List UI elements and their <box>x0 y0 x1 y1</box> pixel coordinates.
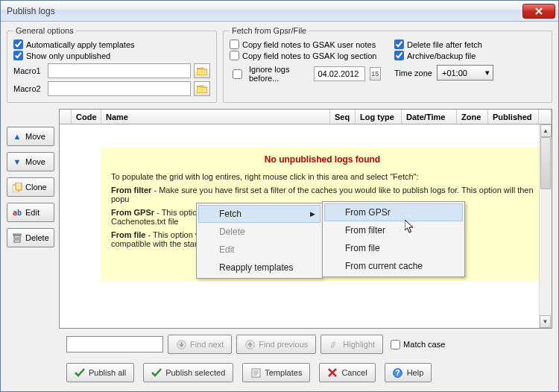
ctx-reapply[interactable]: Reapply templates <box>198 259 320 276</box>
col-seq[interactable]: Seq <box>330 110 356 124</box>
chevron-right-icon: ▶ <box>310 210 315 218</box>
highlight-icon <box>329 339 339 350</box>
find-next-button[interactable]: Find next <box>168 335 232 354</box>
scroll-up-button[interactable]: ▲ <box>540 124 552 137</box>
side-buttons: ▲ Move ▼ Move Clone ab Edit <box>7 109 54 329</box>
auto-apply-label: Automatically apply templates <box>26 40 135 49</box>
svg-rect-1 <box>16 183 22 190</box>
col-published[interactable]: Published <box>488 110 539 124</box>
log-grid[interactable]: Code Name Seq Log type Date/Time Zone Pu… <box>59 109 552 329</box>
publish-selected-button[interactable]: Publish selected <box>143 363 233 382</box>
show-unpublished-label: Show only unpublished <box>26 51 110 60</box>
move-down-button[interactable]: ▼ Move <box>7 152 54 171</box>
help-button[interactable]: ? Help <box>385 363 432 382</box>
svg-text:?: ? <box>396 369 400 377</box>
col-datetime[interactable]: Date/Time <box>402 110 457 124</box>
col-name[interactable]: Name <box>101 110 330 124</box>
svg-rect-3 <box>13 234 21 235</box>
sub-from-current[interactable]: From current cache <box>324 257 463 275</box>
publish-all-button[interactable]: Publish all <box>66 363 134 382</box>
templates-icon <box>250 367 261 378</box>
macro2-input[interactable] <box>48 81 191 96</box>
copy-user-notes-label: Copy field notes to GSAK user notes <box>242 40 376 49</box>
cancel-icon <box>327 367 338 378</box>
ignore-before-label: Ignore logs before... <box>249 65 309 83</box>
fetch-submenu[interactable]: From GPSr From filter From file From cur… <box>322 201 465 277</box>
delete-after-checkbox[interactable] <box>394 39 404 49</box>
macro1-input[interactable] <box>48 63 191 78</box>
folder-icon <box>197 67 207 75</box>
copy-log-section-label: Copy field notes to GSAK log section <box>242 51 376 60</box>
delete-button[interactable]: Delete <box>7 228 54 247</box>
macro1-label: Macro1 <box>13 66 45 75</box>
timezone-value: +01:00 <box>442 69 467 78</box>
timezone-label: Time zone <box>394 69 432 78</box>
clone-button[interactable]: Clone <box>7 177 54 197</box>
templates-button[interactable]: Templates <box>242 363 310 382</box>
ctx-edit[interactable]: Edit <box>198 241 320 259</box>
empty-notice: No unpublished logs found To populate th… <box>101 147 544 281</box>
timezone-select[interactable]: +01:00 ▾ <box>437 65 493 80</box>
search-input[interactable] <box>66 336 163 353</box>
close-button[interactable] <box>522 4 555 19</box>
ignore-before-checkbox[interactable] <box>233 69 242 79</box>
auto-apply-checkbox[interactable] <box>13 39 23 49</box>
ignore-date-input[interactable]: 04.02.2012 <box>314 66 364 81</box>
calendar-icon: 15 <box>371 70 379 78</box>
window-title: Publish logs <box>7 6 522 16</box>
archive-checkbox[interactable] <box>394 51 404 60</box>
fetch-legend: Fetch from Gpsr/File <box>230 26 309 35</box>
chevron-down-icon: ▾ <box>485 68 490 78</box>
options-row: General options Automatically apply temp… <box>7 26 552 103</box>
move-up-button[interactable]: ▲ Move <box>7 127 54 146</box>
content-area: General options Automatically apply temp… <box>1 22 558 391</box>
notice-title: No unpublished logs found <box>111 154 534 165</box>
edit-button[interactable]: ab Edit <box>7 203 54 222</box>
match-case-checkbox[interactable] <box>391 340 400 350</box>
col-code[interactable]: Code <box>72 110 101 124</box>
grid-header: Code Name Seq Log type Date/Time Zone Pu… <box>60 110 552 124</box>
close-icon <box>535 7 543 15</box>
search-bar: Find next Find previous Highlight Match … <box>7 332 552 355</box>
macro2-label: Macro2 <box>13 84 45 93</box>
sub-from-file[interactable]: From file <box>324 239 463 257</box>
general-options-group: General options Automatically apply temp… <box>7 26 217 103</box>
arrow-down-icon: ▼ <box>12 157 22 167</box>
ctx-delete[interactable]: Delete <box>198 223 320 241</box>
ctx-fetch[interactable]: Fetch ▶ <box>198 205 320 223</box>
sub-from-gpsr[interactable]: From GPSr <box>324 203 463 221</box>
archive-label: Archive/backup file <box>407 51 476 60</box>
arrow-up-icon: ▲ <box>12 131 22 142</box>
move-up-label: Move <box>25 132 45 141</box>
mid-row: ▲ Move ▼ Move Clone ab Edit <box>7 109 552 329</box>
check-icon <box>151 367 162 378</box>
arrow-down-circle-icon <box>176 339 186 350</box>
publish-logs-window: Publish logs General options Automatical… <box>0 0 559 392</box>
calendar-button[interactable]: 15 <box>370 67 381 80</box>
cancel-button[interactable]: Cancel <box>319 363 375 382</box>
trash-icon <box>12 233 22 243</box>
grid-body[interactable]: No unpublished logs found To populate th… <box>60 124 552 328</box>
highlight-button[interactable]: Highlight <box>320 335 383 354</box>
scroll-down-button[interactable]: ▼ <box>540 315 551 328</box>
macro2-browse-button[interactable] <box>194 81 210 96</box>
help-icon: ? <box>393 367 403 378</box>
match-case-label: Match case <box>403 340 445 349</box>
clone-label: Clone <box>25 183 47 192</box>
macro1-browse-button[interactable] <box>194 63 210 78</box>
arrow-up-circle-icon <box>244 339 255 350</box>
scroll-track[interactable] <box>540 137 552 315</box>
copy-icon <box>12 182 22 192</box>
scroll-thumb[interactable] <box>540 137 551 189</box>
general-legend: General options <box>13 26 76 35</box>
find-prev-button[interactable]: Find previous <box>236 335 316 354</box>
col-logtype[interactable]: Log type <box>356 110 402 124</box>
vertical-scrollbar[interactable]: ▲ ▼ <box>539 124 552 328</box>
show-unpublished-checkbox[interactable] <box>13 51 23 60</box>
context-menu[interactable]: Fetch ▶ Delete Edit Reapply templates Fr… <box>196 203 323 279</box>
sub-from-filter[interactable]: From filter <box>324 221 463 239</box>
col-zone[interactable]: Zone <box>457 110 488 124</box>
copy-log-section-checkbox[interactable] <box>230 51 239 60</box>
copy-user-notes-checkbox[interactable] <box>230 39 239 49</box>
notice-intro: To populate the grid with log entires, r… <box>111 172 534 181</box>
